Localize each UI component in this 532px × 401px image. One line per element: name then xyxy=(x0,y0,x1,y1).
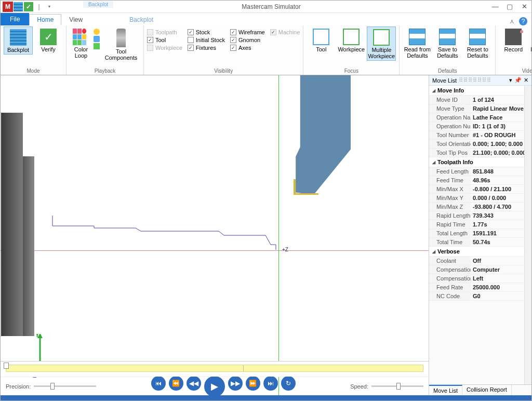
timeline-track[interactable] xyxy=(6,365,423,372)
ribbon: Backplot ✓ Verify Mode Color Loop xyxy=(1,25,531,75)
qat-verify-icon[interactable]: ✓ xyxy=(23,2,34,12)
prop-value: 1 of 124 xyxy=(471,96,524,104)
prop-row: Feed Length851.848 xyxy=(429,167,524,176)
prop-row: Min/Max Y0.000 / 0.000 xyxy=(429,194,524,203)
verify-button[interactable]: ✓ Verify xyxy=(34,26,63,54)
ribbon-group-video: Record Recording Options Video xyxy=(496,25,532,75)
help-icon[interactable]: ? xyxy=(519,17,527,25)
prop-row: Rapid Time1.77s xyxy=(429,220,524,229)
panel-body[interactable]: Move InfoMove ID1 of 124Move TypeRapid L… xyxy=(429,86,524,384)
window-buttons: — ▢ ✕ xyxy=(488,1,531,12)
step-back-button[interactable]: ⏪ xyxy=(169,376,183,391)
close-button[interactable]: ✕ xyxy=(517,1,531,12)
recording-options-button[interactable]: Recording Options xyxy=(529,26,532,60)
step-forward-button[interactable]: ⏩ xyxy=(246,376,260,391)
playback-opt1-icon[interactable] xyxy=(94,29,100,35)
stock-checkbox[interactable]: Stock xyxy=(188,29,225,36)
prop-row: CoolantOff xyxy=(429,257,524,265)
collision-report-tab[interactable]: Collision Report xyxy=(462,385,512,395)
home-tab[interactable]: Home xyxy=(29,14,61,25)
rewind-button[interactable]: ◀◀ xyxy=(187,376,201,391)
prop-row: CompensationComputer xyxy=(429,265,524,274)
move-list-tab[interactable]: Move List xyxy=(429,385,462,395)
timeline[interactable] xyxy=(1,361,429,377)
prop-key: Feed Length xyxy=(429,167,471,176)
backplot-label: Backplot xyxy=(7,47,29,53)
gnomon-checkbox[interactable]: Gnomon xyxy=(230,36,265,44)
play-button[interactable]: ▶ xyxy=(204,376,225,396)
forward-button[interactable]: ▶▶ xyxy=(228,376,243,391)
prop-row: Total Time50.74s xyxy=(429,238,524,247)
prop-key: Feed Time xyxy=(429,176,471,184)
minimize-button[interactable]: — xyxy=(488,1,502,12)
section-tp[interactable]: Toolpath Info xyxy=(429,157,524,167)
toolpath-checkbox: Toolpath xyxy=(147,29,182,36)
record-icon xyxy=(505,29,522,45)
backplot-tab[interactable]: Backplot xyxy=(122,14,161,25)
view-tab[interactable]: View xyxy=(61,14,90,25)
prop-value: Rapid Linear Move xyxy=(471,104,524,113)
loop-button[interactable]: ↻ xyxy=(281,376,296,391)
color-loop-button[interactable]: Color Loop xyxy=(70,26,92,60)
focus-workpiece-button[interactable]: Workpiece xyxy=(337,26,366,54)
playback-opt3-icon[interactable] xyxy=(94,43,100,49)
tool-components-button[interactable]: Tool Components xyxy=(102,26,140,62)
wireframe-checkbox[interactable]: Wireframe xyxy=(230,29,265,36)
skip-end-button[interactable]: ⏭ xyxy=(263,376,278,391)
status-bar xyxy=(1,395,531,401)
panel-dropdown-icon[interactable]: ▾ xyxy=(509,77,512,84)
ribbon-group-focus: Tool Workpiece Multiple Workpiece Focus xyxy=(303,25,400,75)
prop-key: Total Time xyxy=(429,238,471,246)
axes-checkbox[interactable]: Axes xyxy=(230,44,265,51)
backplot-button[interactable]: Backplot xyxy=(4,26,33,55)
focus-multiple-icon xyxy=(373,29,390,46)
initial-stock-checkbox[interactable]: Initial Stock xyxy=(188,36,225,44)
reset-defaults-button[interactable]: Reset to Defaults xyxy=(463,26,492,60)
skip-start-button[interactable]: ⏮ xyxy=(151,376,166,391)
panel-close-icon[interactable]: ✕ xyxy=(524,77,528,84)
title-bar: M ✓ | ▾ Backplot Mastercam Simulator — ▢… xyxy=(1,1,531,13)
file-tab[interactable]: File xyxy=(1,13,29,25)
prop-row: Move ID1 of 124 xyxy=(429,96,524,104)
speed-label: Speed: xyxy=(350,383,368,390)
prop-value: #1 - OD ROUGH xyxy=(471,131,524,139)
panel-title-bar[interactable]: Move List ⠿⠿⠿⠿⠿⠿⠿ ▾ 📌 ✕ xyxy=(429,75,531,86)
ribbon-collapse-icon[interactable]: ⋏ xyxy=(508,17,516,25)
ribbon-group-defaults: Read from Defaults Save to Defaults Rese… xyxy=(400,25,496,75)
read-defaults-icon xyxy=(409,29,425,45)
panel-title-text: Move List xyxy=(432,77,457,84)
panel-pin-icon[interactable]: 📌 xyxy=(514,77,522,84)
maximize-button[interactable]: ▢ xyxy=(502,1,517,12)
read-defaults-button[interactable]: Read from Defaults xyxy=(403,26,432,60)
section-verbose[interactable]: Verbose xyxy=(429,247,524,257)
prop-row: Move TypeRapid Linear Move xyxy=(429,104,524,113)
fixtures-checkbox[interactable]: Fixtures xyxy=(188,44,225,51)
timeline-segment-1 xyxy=(6,365,244,371)
precision-slider[interactable] xyxy=(34,385,96,387)
tool-checkbox[interactable]: Tool xyxy=(147,36,182,44)
section-move[interactable]: Move Info xyxy=(429,86,524,96)
panel-bottom-tabs: Move List Collision Report xyxy=(429,384,531,395)
prop-value: Off xyxy=(471,257,524,265)
machine-checkbox: Machine xyxy=(270,29,300,36)
prop-value: 1.77s xyxy=(471,220,524,229)
prop-key: Min/Max Y xyxy=(429,194,471,202)
focus-multiple-workpiece-button[interactable]: Multiple Workpiece xyxy=(367,26,396,61)
focus-tool-button[interactable]: Tool xyxy=(307,26,336,54)
playback-opt2-icon[interactable] xyxy=(94,36,100,42)
timeline-handle[interactable] xyxy=(4,363,9,369)
3d-viewport[interactable]: +Z X Y Z Precision: xyxy=(1,75,429,395)
save-defaults-button[interactable]: Save to Defaults xyxy=(433,26,462,60)
record-button[interactable]: Record xyxy=(499,26,528,54)
panel-scrollbar[interactable] xyxy=(524,86,531,384)
video-group-label: Video xyxy=(499,68,532,74)
qat-divider: | xyxy=(34,2,44,12)
qat-backplot-icon[interactable] xyxy=(13,2,23,12)
prop-value: -93.800 / 4.700 xyxy=(471,203,524,211)
focus-tool-icon xyxy=(313,29,329,45)
prop-key: Operation Number xyxy=(429,122,471,130)
prop-row: Tool Tip Pos21.100; 0.000; 0.000 xyxy=(429,149,524,157)
qat-dropdown-icon[interactable]: ▾ xyxy=(44,2,55,12)
speed-slider[interactable] xyxy=(371,385,423,387)
window-title: Mastercam Simulator xyxy=(55,3,488,10)
